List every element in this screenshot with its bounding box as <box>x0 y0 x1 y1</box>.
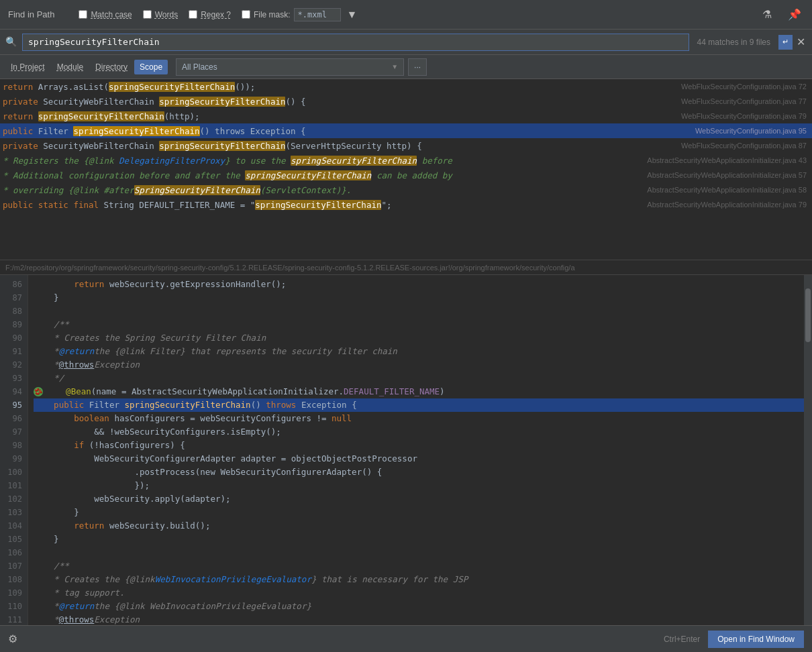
line-num: 97 <box>0 425 28 439</box>
file-mask-checkbox[interactable] <box>242 10 250 19</box>
code-line: * @return the {@link Filter} that repres… <box>34 345 804 358</box>
result-row[interactable]: return Arrays.asList(springSecurityFilte… <box>0 79 812 94</box>
line-num: 107 <box>0 559 28 573</box>
scope-options-button[interactable]: ··· <box>408 58 427 76</box>
line-num: 90 <box>0 331 28 345</box>
regex-label: Regex ? <box>201 10 231 19</box>
result-file: AbstractSecurityWebApplicationInitialize… <box>647 201 807 209</box>
line-num: 93 <box>0 372 28 385</box>
code-line: return webSecurity.getExpressionHandler(… <box>34 278 804 291</box>
match-case-checkbox[interactable] <box>79 10 87 19</box>
result-file: WebFluxSecurityConfiguration.java 72 <box>681 83 807 91</box>
tab-in-project[interactable]: In Project <box>5 60 50 74</box>
code-line: if (!hasConfigurers) { <box>34 439 804 452</box>
line-num: 100 <box>0 466 28 479</box>
scrollbar-thumb[interactable] <box>805 288 811 342</box>
line-num: 88 <box>0 305 28 318</box>
result-code: private SecurityWebFilterChain springSec… <box>3 97 681 107</box>
regex-checkbox[interactable] <box>189 10 197 19</box>
file-mask-dropdown-btn[interactable]: ▼ <box>344 7 360 22</box>
code-line <box>34 546 804 559</box>
result-file: AbstractSecurityWebApplicationInitialize… <box>647 156 807 164</box>
match-case-group: Match case <box>79 10 132 19</box>
line-num: 101 <box>0 479 28 492</box>
code-line: return webSecurity.build(); <box>34 519 804 533</box>
result-file: AbstractSecurityWebApplicationInitialize… <box>647 186 807 194</box>
line-num: 99 <box>0 452 28 466</box>
code-line: } <box>34 291 804 305</box>
open-find-window-button[interactable]: Open in Find Window <box>708 631 804 648</box>
top-bar: Find in Path Match case Words Regex ? Fi… <box>0 0 812 30</box>
result-file: WebFluxSecurityConfiguration.java 87 <box>681 142 807 150</box>
pin-icon[interactable]: 📌 <box>785 7 804 22</box>
line-numbers: 86 87 88 89 90 91 92 93 94 95 96 97 98 9… <box>0 275 28 625</box>
tab-module[interactable]: Module <box>52 60 89 74</box>
line-num: 89 <box>0 318 28 331</box>
line-num: 94 <box>0 385 28 398</box>
code-line: .postProcess(new WebSecurityConfigurerAd… <box>34 466 804 479</box>
search-input[interactable] <box>22 34 689 51</box>
line-num: 110 <box>0 600 28 613</box>
code-line: */ <box>34 372 804 385</box>
code-line: webSecurity.apply(adapter); <box>34 492 804 506</box>
result-row[interactable]: private SecurityWebFilterChain springSec… <box>0 94 812 109</box>
code-content: return webSecurity.getExpressionHandler(… <box>28 275 804 625</box>
code-line: WebSecurityConfigurerAdapter adapter = o… <box>34 452 804 466</box>
result-row-selected[interactable]: public Filter springSecurityFilterChain(… <box>0 123 812 138</box>
tab-scope[interactable]: Scope <box>134 60 168 74</box>
scope-dropdown-value: All Places <box>182 62 389 72</box>
search-bar: 🔍 44 matches in 9 files ↵ ✕ <box>0 30 812 55</box>
code-line: /** <box>34 318 804 331</box>
code-line: * Creates the {@link WebInvocationPrivil… <box>34 573 804 586</box>
result-code: return Arrays.asList(springSecurityFilte… <box>3 82 681 92</box>
line-num: 92 <box>0 358 28 372</box>
filepath-text: F:/m2/repository/org/springframework/sec… <box>5 264 575 272</box>
bottom-bar: ⚙ Ctrl+Enter Open in Find Window <box>0 625 812 652</box>
result-row[interactable]: return springSecurityFilterChain(http); … <box>0 109 812 123</box>
code-line: }); <box>34 479 804 492</box>
line-num: 87 <box>0 291 28 305</box>
code-line-active: public Filter springSecurityFilterChain(… <box>34 398 804 412</box>
result-code: * Registers the {@link DelegatingFilterP… <box>3 156 647 166</box>
filter-icon[interactable]: ⚗ <box>760 7 774 22</box>
line-num: 96 <box>0 412 28 425</box>
result-file: WebSecurityConfiguration.java 95 <box>695 127 807 135</box>
line-num: 106 <box>0 546 28 559</box>
result-row[interactable]: * Additional configuration before and af… <box>0 168 812 182</box>
search-icon: 🔍 <box>5 36 17 48</box>
code-line <box>34 305 804 318</box>
bottom-right: Ctrl+Enter Open in Find Window <box>664 631 804 648</box>
results-area[interactable]: return Arrays.asList(springSecurityFilte… <box>0 79 812 260</box>
result-file: WebFluxSecurityConfiguration.java 79 <box>681 112 807 120</box>
result-file: WebFluxSecurityConfiguration.java 77 <box>681 97 807 105</box>
words-checkbox[interactable] <box>143 10 152 19</box>
file-mask-group: File mask: ▼ <box>242 7 360 22</box>
result-row[interactable]: * Registers the {@link DelegatingFilterP… <box>0 153 812 168</box>
tab-directory[interactable]: Directory <box>90 60 133 74</box>
code-line: boolean hasConfigurers = webSecurityConf… <box>34 412 804 425</box>
result-code: public static final String DEFAULT_FILTE… <box>3 200 647 210</box>
result-code: private SecurityWebFilterChain springSec… <box>3 141 681 151</box>
line-num: 86 <box>0 278 28 291</box>
result-row[interactable]: private SecurityWebFilterChain springSec… <box>0 138 812 153</box>
line-num: 91 <box>0 345 28 358</box>
file-mask-input[interactable] <box>294 8 341 21</box>
result-file: AbstractSecurityWebApplicationInitialize… <box>647 171 807 179</box>
close-search-button[interactable]: ✕ <box>795 34 807 50</box>
words-group: Words <box>143 10 178 19</box>
settings-button[interactable]: ⚙ <box>8 633 17 645</box>
enter-button[interactable]: ↵ <box>778 35 793 50</box>
scope-dropdown[interactable]: All Places ▼ <box>176 58 404 76</box>
filepath-bar: F:/m2/repository/org/springframework/sec… <box>0 260 812 275</box>
result-code: return springSecurityFilterChain(http); <box>3 111 681 121</box>
line-num: 109 <box>0 586 28 600</box>
result-row[interactable]: public static final String DEFAULT_FILTE… <box>0 197 812 212</box>
bean-icon: 🫘 <box>34 387 43 396</box>
result-code: * overriding {@link #afterSpringSecurity… <box>3 185 647 195</box>
result-row[interactable]: * overriding {@link #afterSpringSecurity… <box>0 182 812 197</box>
line-num: 98 <box>0 439 28 452</box>
dialog-title: Find in Path <box>8 9 54 19</box>
vertical-scrollbar[interactable] <box>804 275 812 625</box>
ctrl-enter-label: Ctrl+Enter <box>664 635 700 644</box>
code-line: /** <box>34 559 804 573</box>
